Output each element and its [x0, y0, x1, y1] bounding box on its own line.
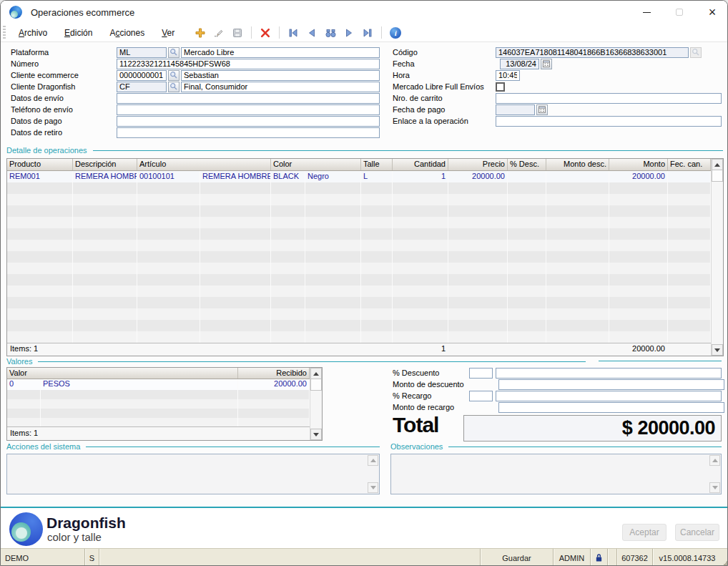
scroll-down-button[interactable] [310, 429, 322, 440]
cliente-ecommerce-code-input[interactable] [117, 70, 167, 81]
resize-grip[interactable] [722, 549, 728, 566]
accept-button[interactable]: Aceptar [622, 524, 666, 541]
table-row-empty[interactable] [7, 308, 711, 320]
observaciones-textarea[interactable] [390, 454, 722, 494]
nro-carrito-input[interactable] [496, 93, 722, 104]
valores-scrollbar[interactable] [310, 368, 322, 440]
column-header[interactable]: Fec. can. [668, 159, 711, 170]
scroll-down-button[interactable] [368, 482, 378, 493]
fecha-calendar-button[interactable] [541, 59, 552, 69]
table-row[interactable]: 0 PESOS 20000.00 [7, 379, 310, 390]
toolbar-grip[interactable] [3, 26, 6, 40]
column-header[interactable]: Color [271, 159, 361, 170]
datos-pago-input[interactable] [117, 116, 380, 127]
cliente-dragonfish-lookup-button[interactable] [168, 82, 179, 92]
column-header[interactable]: Precio [448, 159, 508, 170]
save-button[interactable] [230, 26, 245, 40]
fecha-pago-input[interactable] [496, 104, 535, 115]
table-row-empty[interactable] [7, 251, 711, 263]
numero-input[interactable] [117, 59, 380, 69]
table-row-empty[interactable] [7, 320, 711, 331]
menu-ver[interactable]: Ver [153, 25, 183, 41]
plataforma-lookup-button[interactable] [168, 47, 179, 58]
table-row-empty[interactable] [7, 217, 711, 228]
acciones-sistema-textarea[interactable] [6, 454, 380, 494]
hora-input[interactable] [496, 70, 520, 81]
find-button[interactable] [323, 26, 338, 40]
cliente-ecommerce-lookup-button[interactable] [168, 70, 179, 81]
scrollbar-thumb[interactable] [712, 170, 723, 182]
recargo-pct-input[interactable] [469, 391, 493, 401]
column-header[interactable]: Recibido [238, 368, 310, 379]
close-button[interactable]: × [696, 1, 728, 24]
plataforma-code-input[interactable] [117, 47, 167, 58]
table-row-empty[interactable] [7, 399, 310, 409]
datos-envio-input[interactable] [117, 93, 380, 104]
column-header[interactable]: Monto desc. [546, 159, 609, 170]
table-row-empty[interactable] [7, 274, 711, 286]
scroll-down-button[interactable] [712, 344, 723, 356]
cancel-button[interactable]: Cancelar [675, 524, 719, 541]
scroll-up-button[interactable] [709, 455, 720, 466]
scrollbar-track[interactable] [712, 182, 723, 344]
next-record-button[interactable] [342, 26, 356, 40]
cliente-dragonfish-desc-input[interactable] [181, 82, 380, 92]
table-row-empty[interactable] [7, 228, 711, 240]
recargo-pct-detail-input[interactable] [496, 391, 722, 401]
telefono-envio-input[interactable] [117, 104, 380, 115]
table-row-empty[interactable] [7, 263, 711, 274]
descuento-monto-input[interactable] [498, 379, 724, 390]
column-header[interactable]: Cantidad [393, 159, 448, 170]
recargo-monto-input[interactable] [498, 402, 724, 413]
column-header[interactable]: Artículo [137, 159, 271, 170]
column-header[interactable]: Descripción [73, 159, 137, 170]
column-header[interactable]: % Desc. [508, 159, 546, 170]
menu-edicion[interactable]: Edición [56, 25, 101, 41]
scroll-up-button[interactable] [712, 159, 723, 170]
fecha-pago-calendar-button[interactable] [536, 104, 548, 115]
table-row-empty[interactable] [7, 240, 711, 251]
add-button[interactable] [193, 26, 207, 40]
scroll-up-button[interactable] [310, 368, 322, 379]
column-header[interactable]: Monto [609, 159, 668, 170]
table-row-empty[interactable] [7, 331, 711, 343]
scroll-down-button[interactable] [709, 482, 720, 493]
enlace-input[interactable] [496, 116, 722, 127]
descuento-pct-detail-input[interactable] [496, 368, 722, 379]
fecha-input[interactable] [500, 59, 539, 69]
edit-button[interactable] [212, 26, 226, 40]
table-row-empty[interactable] [7, 205, 711, 217]
cliente-ecommerce-desc-input[interactable] [181, 70, 380, 81]
table-row-empty[interactable] [7, 297, 711, 308]
first-record-button[interactable] [286, 26, 300, 40]
table-row-empty[interactable] [7, 418, 310, 426]
detalle-scrollbar[interactable] [711, 159, 723, 356]
column-header[interactable]: Valor [7, 368, 238, 379]
table-row-empty[interactable] [7, 194, 711, 205]
delete-button[interactable] [258, 26, 272, 40]
table-row-empty[interactable] [7, 409, 310, 418]
last-record-button[interactable] [360, 26, 375, 40]
scrollbar-thumb[interactable] [310, 379, 322, 391]
ml-full-envios-checkbox[interactable] [496, 82, 505, 92]
descuento-pct-input[interactable] [469, 368, 493, 379]
codigo-lookup-button[interactable] [690, 47, 702, 58]
menu-acciones[interactable]: Acciones [101, 25, 153, 41]
datos-retiro-input[interactable] [117, 127, 380, 138]
column-header[interactable]: Talle [361, 159, 393, 170]
info-button[interactable]: i [388, 26, 403, 40]
previous-record-button[interactable] [305, 26, 319, 40]
table-row-empty[interactable] [7, 286, 711, 297]
codigo-input[interactable] [496, 47, 689, 58]
table-row-empty[interactable] [7, 182, 711, 194]
maximize-button[interactable] [663, 1, 696, 24]
menu-archivo[interactable]: Archivo [10, 25, 56, 41]
table-row-empty[interactable] [7, 390, 310, 399]
scroll-up-button[interactable] [368, 455, 378, 466]
table-row[interactable]: REM001 REMERA HOMBRE 00100101 REMERA HOM… [7, 171, 711, 182]
scrollbar-track[interactable] [310, 391, 322, 429]
minimize-button[interactable] [630, 1, 663, 24]
plataforma-desc-input[interactable] [181, 47, 380, 58]
column-header[interactable]: Producto [7, 159, 73, 170]
cliente-dragonfish-code-input[interactable] [117, 82, 167, 92]
